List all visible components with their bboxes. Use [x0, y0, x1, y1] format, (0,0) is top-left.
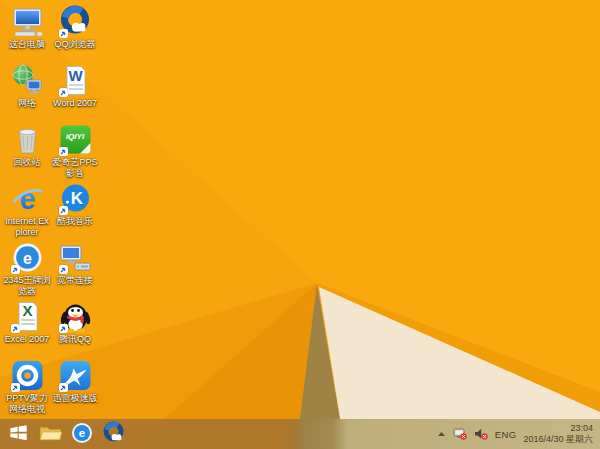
icon-label: Internet Explorer	[3, 216, 51, 237]
taskbar: e	[0, 419, 600, 449]
taskbar-clock[interactable]: 23:04 2016/4/30 星期六	[523, 423, 593, 445]
2345-browser-icon: e	[11, 241, 44, 274]
windows-logo-icon	[8, 422, 29, 446]
pptv-icon	[11, 359, 44, 392]
desktop: 这台电脑 网络	[0, 0, 600, 449]
icon-label: 2345王牌浏览器	[3, 275, 51, 296]
icon-label: 宽带连接	[57, 275, 93, 286]
desktop-icon-network[interactable]: 网络	[3, 62, 51, 121]
qq-browser-icon	[102, 421, 126, 448]
clock-time: 23:04	[523, 423, 593, 434]
desktop-icon-this-pc[interactable]: 这台电脑	[3, 3, 51, 62]
desktop-icon-pptv[interactable]: PPTV聚力 网络电视	[3, 357, 51, 416]
desktop-icon-broadband[interactable]: 宽带连接	[51, 239, 99, 298]
this-pc-icon	[11, 5, 44, 38]
shortcut-arrow-icon	[11, 265, 20, 274]
svg-text:X: X	[22, 302, 32, 319]
icon-label: 回收站	[14, 157, 41, 168]
recycle-bin-icon	[11, 123, 44, 156]
desktop-icon-kuwo-music[interactable]: K 酷我音乐	[51, 180, 99, 239]
svg-text:e: e	[23, 250, 32, 267]
taskbar-buttons: e	[0, 419, 133, 449]
icon-label: 腾讯QQ	[59, 334, 91, 345]
taskbar-qq-browser[interactable]	[101, 419, 127, 449]
shortcut-arrow-icon	[59, 147, 68, 156]
volume-muted-icon[interactable]	[474, 428, 488, 440]
network-disconnected-icon[interactable]	[453, 428, 467, 440]
shortcut-arrow-icon	[59, 324, 68, 333]
qq-browser-icon	[59, 5, 92, 38]
shortcut-arrow-icon	[59, 265, 68, 274]
svg-text:iQIYI: iQIYI	[65, 132, 84, 141]
svg-text:e: e	[79, 427, 85, 439]
2345-browser-icon: e	[71, 422, 93, 447]
excel-icon: X	[11, 300, 44, 333]
internet-explorer-icon: e	[11, 182, 44, 215]
shortcut-arrow-icon	[11, 383, 20, 392]
folder-icon	[39, 423, 62, 445]
desktop-icon-qq-browser[interactable]: QQ浏览器	[51, 3, 99, 62]
shortcut-arrow-icon	[59, 383, 68, 392]
taskbar-2345-browser[interactable]: e	[69, 419, 95, 449]
desktop-icon-recycle-bin[interactable]: 回收站	[3, 121, 51, 180]
desktop-icon-tencent-qq[interactable]: 腾讯QQ	[51, 298, 99, 357]
xunlei-icon	[59, 359, 92, 392]
broadband-connection-icon	[59, 241, 92, 274]
word-icon: W	[59, 64, 92, 97]
icon-label: Word 2007	[53, 98, 97, 109]
svg-text:W: W	[68, 67, 83, 84]
icon-label: Excel 2007	[5, 334, 50, 345]
icon-label: 迅雷极速版	[53, 393, 98, 404]
icon-label: QQ浏览器	[54, 39, 95, 50]
icon-label: 爱奇艺PPS 影音	[51, 157, 99, 178]
clock-date: 2016/4/30 星期六	[523, 434, 593, 445]
iqiyi-pps-icon: iQIYI	[59, 123, 92, 156]
icon-label: 这台电脑	[9, 39, 45, 50]
network-icon	[11, 64, 44, 97]
system-tray: ENG 23:04 2016/4/30 星期六	[437, 419, 600, 449]
desktop-icon-iqiyi-pps[interactable]: iQIYI 爱奇艺PPS 影音	[51, 121, 99, 180]
desktop-icons: 这台电脑 网络	[3, 3, 99, 416]
tencent-qq-icon	[59, 300, 92, 333]
icon-label: 网络	[18, 98, 36, 109]
kuwo-music-icon: K	[59, 182, 92, 215]
start-button[interactable]	[5, 419, 31, 449]
desktop-icon-word-2007[interactable]: W Word 2007	[51, 62, 99, 121]
hidden-icons-chevron[interactable]	[437, 430, 446, 438]
desktop-icon-xunlei[interactable]: 迅雷极速版	[51, 357, 99, 416]
shortcut-arrow-icon	[59, 88, 68, 97]
desktop-icon-internet-explorer[interactable]: e Internet Explorer	[3, 180, 51, 239]
shortcut-arrow-icon	[59, 206, 68, 215]
svg-text:e: e	[19, 183, 35, 215]
icon-label: 酷我音乐	[57, 216, 93, 227]
icon-label: PPTV聚力 网络电视	[3, 393, 51, 414]
shortcut-arrow-icon	[59, 29, 68, 38]
desktop-icon-excel-2007[interactable]: X Excel 2007	[3, 298, 51, 357]
language-indicator[interactable]: ENG	[495, 429, 517, 440]
desktop-icon-2345-browser[interactable]: e 2345王牌浏览器	[3, 239, 51, 298]
shortcut-arrow-icon	[11, 324, 20, 333]
svg-text:K: K	[70, 189, 83, 208]
taskbar-file-explorer[interactable]	[37, 419, 63, 449]
